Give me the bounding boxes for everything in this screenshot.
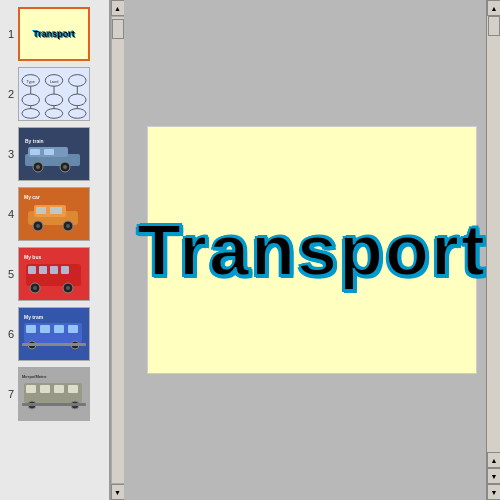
slide-number-4: 4 xyxy=(4,208,14,220)
main-area: Transport ▲ ▲ ▼ ▼ xyxy=(124,0,500,500)
scroll-thumb[interactable] xyxy=(112,19,124,39)
right-scroll-pagedown[interactable]: ▼ xyxy=(487,468,500,484)
right-scroll-down-button[interactable]: ▼ xyxy=(487,484,500,500)
slide-item-5[interactable]: 5 My bus xyxy=(0,244,109,304)
slide-thumb-1[interactable]: Transport xyxy=(18,7,90,61)
svg-point-44 xyxy=(66,286,70,290)
right-scrollbar: ▲ ▲ ▼ ▼ xyxy=(486,0,500,500)
slide-2-content: Type Land xyxy=(19,68,89,120)
slide-number-1: 1 xyxy=(4,28,14,40)
slide-4-content: My car xyxy=(19,188,89,240)
svg-rect-47 xyxy=(26,325,36,333)
svg-point-13 xyxy=(69,109,86,119)
svg-rect-49 xyxy=(54,325,64,333)
left-scrollbar: ▲ ▼ xyxy=(110,0,124,500)
slide-thumb-5[interactable]: My bus xyxy=(18,247,90,301)
slide-3-content: By train xyxy=(19,128,89,180)
slide-thumb-2[interactable]: Type Land xyxy=(18,67,90,121)
slide-thumb-3[interactable]: By train xyxy=(18,127,90,181)
scroll-track xyxy=(111,16,125,484)
right-scroll-track xyxy=(487,16,500,452)
svg-rect-48 xyxy=(40,325,50,333)
svg-text:Метро/Metro: Метро/Metro xyxy=(22,374,47,379)
slide-number-3: 3 xyxy=(4,148,14,160)
svg-rect-40 xyxy=(61,266,69,274)
right-scroll-pageup[interactable]: ▲ xyxy=(487,452,500,468)
slide-item-7[interactable]: 7 Метро/Metro xyxy=(0,364,109,424)
slide-item-4[interactable]: 4 My car xyxy=(0,184,109,244)
svg-text:Land: Land xyxy=(50,79,59,84)
svg-rect-39 xyxy=(50,266,58,274)
slide-thumb-6[interactable]: My tram xyxy=(18,307,90,361)
svg-point-6 xyxy=(45,94,62,106)
slide-thumb-4[interactable]: My car xyxy=(18,187,90,241)
slide-number-2: 2 xyxy=(4,88,14,100)
slide-item-1[interactable]: 1 Transport xyxy=(0,4,109,64)
slide-7-content: Метро/Metro xyxy=(19,368,89,420)
slide-item-2[interactable]: 2 Type Land xyxy=(0,64,109,124)
svg-point-5 xyxy=(22,94,39,106)
svg-text:My car: My car xyxy=(24,194,40,200)
scroll-down-button[interactable]: ▼ xyxy=(111,484,125,500)
svg-rect-29 xyxy=(36,207,46,214)
slide-main-title: Transport xyxy=(137,214,487,286)
slide-number-5: 5 xyxy=(4,268,14,280)
svg-text:By train: By train xyxy=(25,138,44,144)
main-slide: Transport xyxy=(147,126,477,374)
slide-thumb-1-text: Transport xyxy=(33,29,75,39)
svg-text:My tram: My tram xyxy=(24,314,44,320)
slide-thumb-7[interactable]: Метро/Metro xyxy=(18,367,90,421)
svg-rect-62 xyxy=(22,403,86,406)
slide-number-6: 6 xyxy=(4,328,14,340)
slide-canvas: Transport ▲ ▲ ▼ ▼ xyxy=(124,0,500,500)
svg-text:Type: Type xyxy=(27,79,35,84)
scroll-up-button[interactable]: ▲ xyxy=(111,0,125,16)
svg-point-32 xyxy=(36,224,40,228)
svg-point-34 xyxy=(66,224,70,228)
svg-point-7 xyxy=(69,94,86,106)
svg-text:My bus: My bus xyxy=(24,254,41,260)
svg-rect-59 xyxy=(68,385,78,393)
right-scroll-thumb[interactable] xyxy=(488,16,500,36)
svg-rect-19 xyxy=(30,149,40,155)
svg-point-12 xyxy=(45,109,62,119)
svg-rect-58 xyxy=(54,385,64,393)
svg-rect-30 xyxy=(50,207,62,214)
svg-rect-53 xyxy=(22,343,86,346)
svg-rect-20 xyxy=(44,149,54,155)
svg-point-11 xyxy=(22,109,39,119)
svg-rect-50 xyxy=(68,325,78,333)
slide-number-7: 7 xyxy=(4,388,14,400)
svg-point-4 xyxy=(69,75,86,87)
svg-rect-56 xyxy=(26,385,36,393)
svg-point-22 xyxy=(36,165,40,169)
svg-rect-38 xyxy=(39,266,47,274)
slide-5-content: My bus xyxy=(19,248,89,300)
svg-point-42 xyxy=(33,286,37,290)
svg-point-24 xyxy=(63,165,67,169)
svg-rect-57 xyxy=(40,385,50,393)
slide-6-content: My tram xyxy=(19,308,89,360)
slide-panel: 1 Transport 2 Type Land xyxy=(0,0,110,500)
right-scroll-up-button[interactable]: ▲ xyxy=(487,0,500,16)
slide-item-6[interactable]: 6 My tram xyxy=(0,304,109,364)
svg-rect-37 xyxy=(28,266,36,274)
slide-item-3[interactable]: 3 By train xyxy=(0,124,109,184)
